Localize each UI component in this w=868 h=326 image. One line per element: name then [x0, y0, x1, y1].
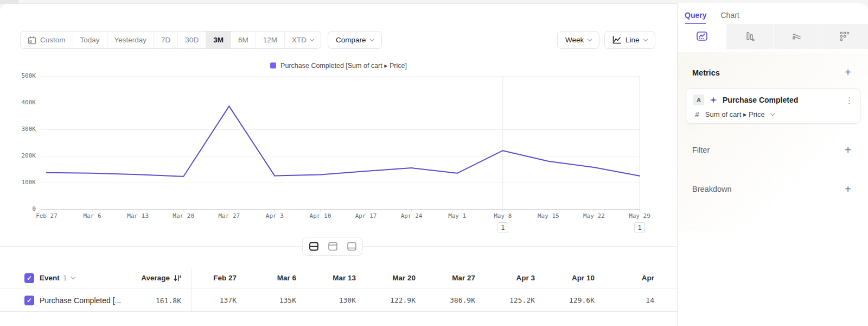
- x-axis-tick-label: May 15: [526, 212, 571, 220]
- compare-label: Compare: [336, 36, 366, 44]
- range-button-12m[interactable]: 12M: [256, 32, 285, 48]
- cell-value: 122.9K: [390, 296, 416, 304]
- bar-chart-tab[interactable]: [726, 24, 774, 49]
- legend-item[interactable]: Purchase Completed [Sum of cart ▸ Price]: [270, 61, 407, 70]
- range-button-6m[interactable]: 6M: [231, 32, 256, 48]
- calendar-icon: [28, 36, 36, 45]
- interval-label: Week: [565, 36, 584, 44]
- filter-section-label: Filter: [692, 146, 710, 154]
- x-axis-tick-label: Apr 24: [389, 212, 435, 220]
- range-button-yesterday[interactable]: Yesterday: [107, 32, 155, 48]
- annotation-badge[interactable]: 1: [634, 222, 645, 233]
- metric-event-name[interactable]: Purchase Completed: [723, 96, 840, 104]
- select-all-checkbox[interactable]: [24, 273, 34, 283]
- date-value-cell: 14: [609, 289, 665, 311]
- x-axis-tick-label: Mar 6: [69, 212, 115, 220]
- event-count: 1: [63, 274, 67, 282]
- chevron-down-icon: [71, 275, 75, 279]
- retention-dots-icon: [839, 31, 850, 42]
- date-value-cell: 122.9K: [370, 289, 430, 311]
- range-button-today[interactable]: Today: [73, 32, 107, 48]
- compare-button[interactable]: Compare: [328, 31, 382, 49]
- date-value-cell: 386.9K: [430, 289, 489, 311]
- date-column-label: Apr 10: [572, 274, 595, 282]
- range-label: Custom: [40, 36, 66, 44]
- split-view-toggle[interactable]: [305, 239, 322, 254]
- add-breakdown-button[interactable]: +: [842, 183, 854, 195]
- row-event-cell[interactable]: Purchase Completed [...: [40, 289, 121, 312]
- chevron-down-icon: [588, 37, 592, 41]
- cell-value: 129.6K: [569, 296, 595, 304]
- breakdown-table: Event 1 Average Feb 27Mar 6Mar 13Mar 20M…: [0, 267, 677, 326]
- date-range-segmented-control: CustomTodayYesterday7D30D3M6M12MXTD: [20, 31, 321, 49]
- interval-dropdown[interactable]: Week: [557, 31, 599, 49]
- cell-value: 130K: [339, 296, 356, 304]
- date-value-cells: 137K135K130K122.9K386.9K125.2K129.6K14: [191, 289, 665, 311]
- date-column-label: Feb 27: [213, 274, 237, 282]
- x-axis-tick-label: May 8: [480, 212, 526, 220]
- event-spark-icon: [709, 96, 718, 104]
- cell-value: 125.2K: [509, 296, 535, 304]
- chart-canvas: [0, 76, 677, 213]
- average-column-header[interactable]: Average: [118, 267, 181, 289]
- row-checkbox[interactable]: [24, 296, 34, 305]
- range-label: 6M: [238, 36, 248, 44]
- aggregation-dropdown[interactable]: # Sum of cart ▸ Price: [695, 110, 774, 118]
- date-column-header[interactable]: Apr: [609, 267, 665, 289]
- cell-value: 14: [646, 296, 654, 304]
- date-column-header[interactable]: Apr 3: [489, 267, 549, 289]
- panel-watermark: [678, 52, 868, 231]
- flows-tab[interactable]: [773, 24, 821, 49]
- range-label: Yesterday: [114, 36, 147, 44]
- annotation-badge[interactable]: 1: [497, 222, 508, 233]
- plus-icon: +: [845, 66, 851, 79]
- split-view-icon: [309, 241, 319, 252]
- date-value-cell: 137K: [191, 289, 251, 311]
- date-column-label: Mar 13: [333, 274, 356, 282]
- chart-type-dropdown[interactable]: Line: [604, 31, 655, 49]
- range-button-7d[interactable]: 7D: [154, 32, 178, 48]
- chevron-down-icon: [310, 37, 314, 41]
- range-button-custom[interactable]: Custom: [21, 32, 73, 48]
- number-type-icon: #: [695, 110, 699, 118]
- x-axis-tick-label: Apr 10: [297, 212, 343, 220]
- date-column-label: Apr: [642, 274, 654, 282]
- event-column-header[interactable]: Event 1: [40, 267, 75, 289]
- tab-chart[interactable]: Chart: [720, 7, 739, 24]
- date-value-cell: 130K: [310, 289, 370, 311]
- date-column-header[interactable]: Mar 6: [251, 267, 310, 289]
- view-layout-toggle-group: [302, 237, 363, 256]
- chart-type-label: Line: [626, 36, 640, 44]
- range-button-xtd[interactable]: XTD: [285, 32, 321, 48]
- line-chart-icon: [612, 36, 621, 44]
- chart-only-toggle[interactable]: [324, 239, 341, 254]
- range-button-30d[interactable]: 30D: [178, 32, 206, 48]
- row-event-label: Purchase Completed [...: [40, 296, 121, 305]
- date-column-header[interactable]: Mar 13: [310, 267, 370, 289]
- line-chart: 0100K200K300K400K500KFeb 27Mar 6Mar 13Ma…: [0, 76, 677, 239]
- date-column-header[interactable]: Mar 20: [370, 267, 430, 289]
- bar-chart-icon: [744, 31, 755, 42]
- metrics-section-title: Metrics: [692, 68, 720, 77]
- x-axis-tick-label: Mar 13: [115, 212, 161, 220]
- range-label: XTD: [292, 36, 307, 44]
- date-column-header[interactable]: Feb 27: [191, 267, 251, 289]
- metric-options-icon[interactable]: ⋮: [845, 96, 853, 104]
- sort-descending-icon: [174, 274, 181, 282]
- add-metric-button[interactable]: +: [842, 66, 854, 78]
- range-button-3m[interactable]: 3M: [206, 32, 231, 48]
- date-column-header[interactable]: Mar 27: [430, 267, 489, 289]
- breakdown-section-label: Breakdown: [692, 185, 732, 193]
- insights-line-tab[interactable]: [678, 24, 726, 49]
- date-column-header[interactable]: Apr 10: [549, 267, 609, 289]
- range-label: 12M: [263, 36, 277, 44]
- chevron-down-icon: [770, 111, 774, 116]
- x-axis-tick-label: May 22: [571, 212, 617, 220]
- table-only-toggle[interactable]: [343, 239, 360, 254]
- series-line: [47, 106, 640, 176]
- average-value: 161.8K: [156, 297, 181, 305]
- tab-query[interactable]: Query: [685, 7, 706, 24]
- x-axis-tick-label: May 29: [617, 212, 662, 220]
- retention-tab[interactable]: [821, 24, 868, 49]
- add-filter-button[interactable]: +: [842, 144, 854, 156]
